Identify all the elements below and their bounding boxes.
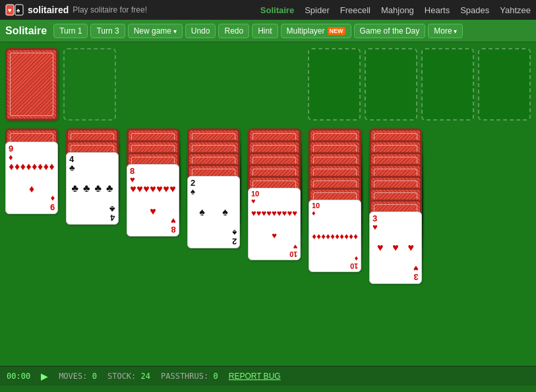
foundation-3[interactable]: [421, 48, 474, 121]
card-4c[interactable]: 4♣ ♣♣ ♣♣ 4♣: [66, 152, 119, 225]
card-9d[interactable]: 9♦ ♦♦♦ ♦♦♦ ♦♦♦ 9♦: [5, 142, 58, 214]
card-8h[interactable]: 8♥ ♥♥ ♥♥ ♥♥ ♥♥ 8♥: [127, 164, 179, 237]
card-3h[interactable]: 3♥ ♥ ♥ ♥ 3♥: [369, 211, 422, 284]
moves-label: MOVES:: [59, 372, 87, 381]
tableau-col-6: 10♦ ♦♦ ♦♦ ♦♦ ♦♦ ♦♦ 10♦: [309, 128, 365, 352]
moves-section: MOVES: 0: [59, 372, 97, 381]
foundations: [308, 48, 531, 121]
waste-slot: [63, 48, 116, 121]
tableau-col-2: 4♣ ♣♣ ♣♣ 4♣: [66, 128, 123, 352]
nav-solitaire[interactable]: Solitaire: [260, 5, 294, 15]
passthrus-section: PASSTHRUS: 0: [161, 372, 218, 381]
tagline: Play solitaire for free!: [73, 5, 147, 14]
tableau-col-4: 2♠ ♠ ♠ 2♠: [187, 128, 244, 352]
status-bar: 00:00 ▶ MOVES: 0 STOCK: 24 PASSTHRUS: 0 …: [0, 366, 536, 385]
tableau-col-1: 9♦ ♦♦♦ ♦♦♦ ♦♦♦ 9♦: [5, 128, 62, 352]
hint-button[interactable]: Hint: [252, 24, 278, 38]
nav-freecell[interactable]: Freecell: [340, 5, 371, 15]
logo-icon: ♥ ♠: [5, 3, 24, 17]
stock-card[interactable]: [5, 48, 58, 121]
card-10d[interactable]: 10♦ ♦♦ ♦♦ ♦♦ ♦♦ ♦♦ 10♦: [309, 200, 361, 272]
nav-mahjong[interactable]: Mahjong: [381, 5, 414, 15]
new-badge: NEW: [328, 27, 345, 35]
stock-value: 24: [141, 372, 150, 381]
logo-text: solitaired: [28, 5, 69, 15]
timer-play-button[interactable]: ▶: [41, 371, 48, 381]
top-bar: ♥ ♠ solitaired Play solitaire for free! …: [0, 0, 536, 20]
card-10h[interactable]: 10♥ ♥♥ ♥♥ ♥♥ ♥♥ ♥♥ 10♥: [248, 188, 301, 260]
multiplayer-button[interactable]: Multiplayer NEW: [281, 24, 351, 38]
redo-button[interactable]: Redo: [218, 24, 249, 38]
tableau-col-5: 10♥ ♥♥ ♥♥ ♥♥ ♥♥ ♥♥ 10♥: [248, 128, 305, 352]
turn3-button[interactable]: Turn 3: [90, 24, 125, 38]
foundation-4[interactable]: [478, 48, 531, 121]
nav-yahtzee[interactable]: Yahtzee: [500, 5, 531, 15]
moves-value: 0: [92, 372, 97, 381]
game-of-day-button[interactable]: Game of the Day: [354, 24, 426, 38]
turn1-button[interactable]: Turn 1: [53, 24, 88, 38]
timer-display: 00:00: [7, 372, 30, 381]
new-game-button[interactable]: New game: [128, 24, 183, 38]
svg-text:♥: ♥: [8, 7, 12, 14]
more-button[interactable]: More: [428, 24, 463, 38]
passthrus-value: 0: [213, 372, 218, 381]
nav-spider[interactable]: Spider: [305, 5, 330, 15]
report-bug-link[interactable]: REPORT BUG: [229, 372, 281, 381]
logo-area: ♥ ♠ solitaired Play solitaire for free!: [5, 3, 147, 17]
game-area: 9♦ ♦♦♦ ♦♦♦ ♦♦♦ 9♦ 4♣ ♣♣ ♣♣ 4♣: [0, 43, 536, 366]
tableau-col-7: 3♥ ♥ ♥ ♥ 3♥: [369, 128, 426, 352]
multiplayer-label: Multiplayer: [287, 26, 325, 36]
passthrus-label: PASSTHRUS:: [161, 372, 208, 381]
foundation-1[interactable]: [308, 48, 361, 121]
stock-label: STOCK:: [107, 372, 136, 381]
foundation-2[interactable]: [365, 48, 417, 121]
stock-pile[interactable]: [5, 48, 58, 121]
game-title: Solitaire: [5, 25, 47, 37]
stock-section: STOCK: 24: [107, 372, 150, 381]
nav-spades[interactable]: Spades: [460, 5, 489, 15]
svg-text:♠: ♠: [16, 7, 20, 14]
undo-button[interactable]: Undo: [185, 24, 216, 38]
tableau-col-3: 8♥ ♥♥ ♥♥ ♥♥ ♥♥ 8♥: [127, 128, 183, 352]
card-2s[interactable]: 2♠ ♠ ♠ 2♠: [187, 176, 240, 248]
waste-pile: [63, 48, 116, 121]
top-nav: Solitaire Spider Freecell Mahjong Hearts…: [260, 5, 531, 15]
nav-hearts[interactable]: Hearts: [425, 5, 450, 15]
toolbar: Solitaire Turn 1 Turn 3 New game Undo Re…: [0, 20, 536, 43]
